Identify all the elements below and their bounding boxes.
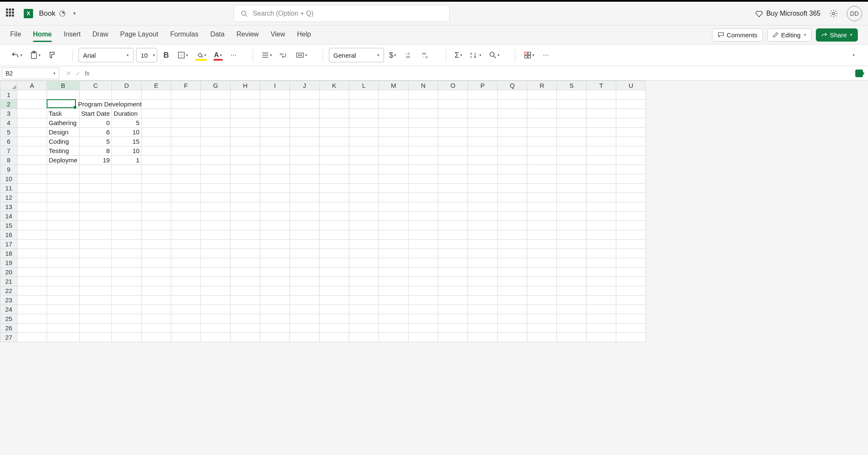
cell-J6[interactable] <box>290 137 320 146</box>
row-header-5[interactable]: 5 <box>0 128 17 137</box>
cell-H10[interactable] <box>231 174 260 184</box>
cell-A18[interactable] <box>17 249 47 258</box>
cell-B14[interactable] <box>47 212 80 221</box>
row-header-23[interactable]: 23 <box>0 296 17 305</box>
decrease-decimal-button[interactable]: .00→.0 <box>419 48 433 62</box>
cell-B8[interactable]: Deployme <box>47 156 80 165</box>
ribbon-tab-view[interactable]: View <box>270 28 285 42</box>
cell-C27[interactable] <box>79 333 112 342</box>
cell-J24[interactable] <box>290 305 320 314</box>
cell-T19[interactable] <box>587 258 616 268</box>
cell-G19[interactable] <box>201 258 231 268</box>
cell-P1[interactable] <box>468 90 498 100</box>
cell-F2[interactable] <box>171 100 201 109</box>
cell-K25[interactable] <box>320 314 349 324</box>
cell-T17[interactable] <box>587 240 616 249</box>
row-header-9[interactable]: 9 <box>0 165 17 174</box>
cell-F16[interactable] <box>171 230 201 240</box>
cell-O18[interactable] <box>438 249 468 258</box>
cell-H22[interactable] <box>231 286 260 296</box>
row-header-2[interactable]: 2 <box>0 100 17 109</box>
cell-J8[interactable] <box>290 156 320 165</box>
cell-S13[interactable] <box>557 202 587 212</box>
cell-I12[interactable] <box>260 193 290 202</box>
cell-J26[interactable] <box>290 324 320 333</box>
row-header-22[interactable]: 22 <box>0 286 17 296</box>
cell-Q17[interactable] <box>498 240 527 249</box>
cell-U3[interactable] <box>616 109 646 118</box>
cell-G9[interactable] <box>201 165 231 174</box>
cell-B19[interactable] <box>47 258 80 268</box>
cell-M26[interactable] <box>379 324 409 333</box>
cell-O25[interactable] <box>438 314 468 324</box>
cell-L26[interactable] <box>349 324 379 333</box>
cell-U24[interactable] <box>616 305 646 314</box>
cell-D5[interactable]: 10 <box>112 128 142 137</box>
cell-I5[interactable] <box>260 128 290 137</box>
cell-R19[interactable] <box>527 258 557 268</box>
cell-C17[interactable] <box>79 240 112 249</box>
cell-P25[interactable] <box>468 314 498 324</box>
cell-B21[interactable] <box>47 277 80 286</box>
cell-U14[interactable] <box>616 212 646 221</box>
row-header-27[interactable]: 27 <box>0 333 17 342</box>
cell-Q24[interactable] <box>498 305 527 314</box>
cell-K18[interactable] <box>320 249 349 258</box>
cell-Q2[interactable] <box>498 100 527 109</box>
cell-C16[interactable] <box>79 230 112 240</box>
cell-L2[interactable] <box>349 100 379 109</box>
cell-I2[interactable] <box>260 100 290 109</box>
cell-M5[interactable] <box>379 128 409 137</box>
cell-J25[interactable] <box>290 314 320 324</box>
row-header-3[interactable]: 3 <box>0 109 17 118</box>
cell-Q13[interactable] <box>498 202 527 212</box>
cell-K14[interactable] <box>320 212 349 221</box>
document-menu-dropdown[interactable]: ▾ <box>68 6 81 21</box>
cell-M24[interactable] <box>379 305 409 314</box>
cell-K11[interactable] <box>320 184 349 193</box>
cell-K5[interactable] <box>320 128 349 137</box>
cell-A2[interactable] <box>17 100 47 109</box>
cell-E17[interactable] <box>142 240 171 249</box>
cell-H1[interactable] <box>231 90 260 100</box>
cell-N3[interactable] <box>409 109 438 118</box>
cell-L6[interactable] <box>349 137 379 146</box>
cell-D2[interactable] <box>112 100 142 109</box>
cell-E4[interactable] <box>142 118 171 128</box>
cell-J20[interactable] <box>290 268 320 277</box>
cell-H19[interactable] <box>231 258 260 268</box>
cell-A12[interactable] <box>17 193 47 202</box>
cell-N13[interactable] <box>409 202 438 212</box>
cell-R20[interactable] <box>527 268 557 277</box>
cell-S12[interactable] <box>557 193 587 202</box>
cell-T2[interactable] <box>587 100 616 109</box>
cell-U27[interactable] <box>616 333 646 342</box>
cell-K8[interactable] <box>320 156 349 165</box>
cell-H4[interactable] <box>231 118 260 128</box>
cell-R23[interactable] <box>527 296 557 305</box>
cell-S15[interactable] <box>557 221 587 230</box>
cell-R5[interactable] <box>527 128 557 137</box>
cell-D15[interactable] <box>112 221 142 230</box>
cell-H17[interactable] <box>231 240 260 249</box>
cell-S27[interactable] <box>557 333 587 342</box>
cell-N23[interactable] <box>409 296 438 305</box>
cell-J5[interactable] <box>290 128 320 137</box>
col-header-A[interactable]: A <box>17 81 47 90</box>
cell-I24[interactable] <box>260 305 290 314</box>
cell-U17[interactable] <box>616 240 646 249</box>
cell-S24[interactable] <box>557 305 587 314</box>
cell-Q18[interactable] <box>498 249 527 258</box>
cell-H26[interactable] <box>231 324 260 333</box>
cell-F21[interactable] <box>171 277 201 286</box>
cell-E20[interactable] <box>142 268 171 277</box>
cell-P11[interactable] <box>468 184 498 193</box>
cell-C6[interactable]: 5 <box>79 137 112 146</box>
cell-Q1[interactable] <box>498 90 527 100</box>
cell-Q9[interactable] <box>498 165 527 174</box>
cell-O11[interactable] <box>438 184 468 193</box>
cell-T21[interactable] <box>587 277 616 286</box>
col-header-G[interactable]: G <box>201 81 231 90</box>
cell-K16[interactable] <box>320 230 349 240</box>
cell-U8[interactable] <box>616 156 646 165</box>
